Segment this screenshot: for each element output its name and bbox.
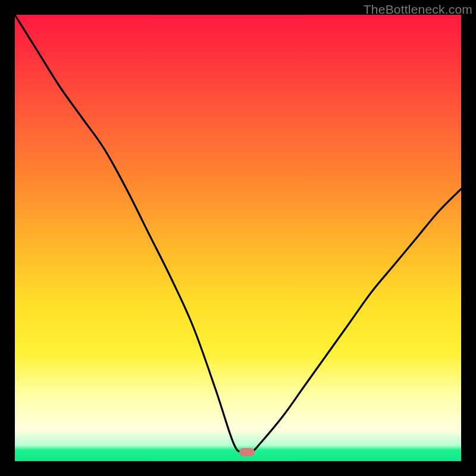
chart-frame: TheBottleneck.com	[0, 0, 476, 476]
minimum-marker	[239, 448, 255, 456]
plot-area	[15, 15, 461, 461]
watermark-text: TheBottleneck.com	[364, 2, 472, 17]
bottleneck-curve	[15, 15, 461, 461]
curve-path	[15, 15, 461, 453]
